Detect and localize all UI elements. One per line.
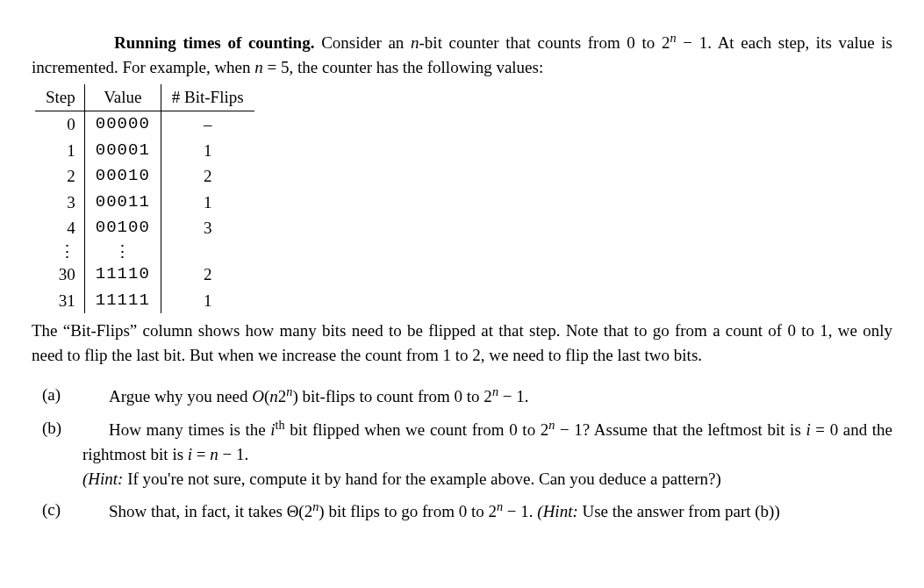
table-row-ellipsis: ⋮ ⋮ (35, 241, 254, 262)
hint-c: (Hint: Use the answer from part (b)) (537, 502, 779, 520)
table-row: 0 00000 – (35, 111, 254, 137)
exp-n: n (670, 31, 677, 45)
table-row: 1 00001 1 (35, 138, 254, 164)
intro-text-4: = 5, the counter has the following value… (263, 58, 543, 76)
table-row: 31 11111 1 (35, 288, 254, 314)
hint-b: (Hint: If you're not sure, compute it by… (82, 470, 721, 488)
intro-text-1: Consider an (321, 33, 411, 52)
part-label: (a) (42, 383, 61, 407)
part-a: (a) Argue why you need O(n2n) bit-flips … (42, 383, 892, 409)
problem-title: Running times of counting. (114, 33, 314, 52)
table-row: 4 00100 3 (35, 215, 254, 241)
part-label: (c) (42, 498, 61, 522)
problem-intro: Running times of counting. Consider an n… (32, 29, 892, 79)
col-header-step: Step (35, 84, 84, 111)
subparts-list: (a) Argue why you need O(n2n) bit-flips … (42, 383, 892, 524)
part-label: (b) (42, 416, 61, 441)
explanation-text: The “Bit-Flips” column shows how many bi… (32, 319, 892, 367)
counter-table: Step Value # Bit-Flips 0 00000 – 1 00001… (35, 84, 254, 313)
table-row: 30 11110 2 (35, 262, 254, 288)
table-row: 2 00010 2 (35, 163, 254, 190)
var-n: n (411, 33, 419, 52)
col-header-flips: # Bit-Flips (161, 84, 254, 111)
part-b: (b) How many times is the ith bit flippe… (42, 416, 892, 491)
intro-text-2: -bit counter that counts from 0 to 2 (419, 33, 670, 52)
var-n2: n (254, 58, 263, 76)
table-row: 3 00011 1 (35, 190, 254, 216)
table-header-row: Step Value # Bit-Flips (35, 84, 254, 111)
part-c: (c) Show that, in fact, it takes Θ(2n) b… (42, 498, 892, 524)
col-header-value: Value (84, 84, 161, 111)
